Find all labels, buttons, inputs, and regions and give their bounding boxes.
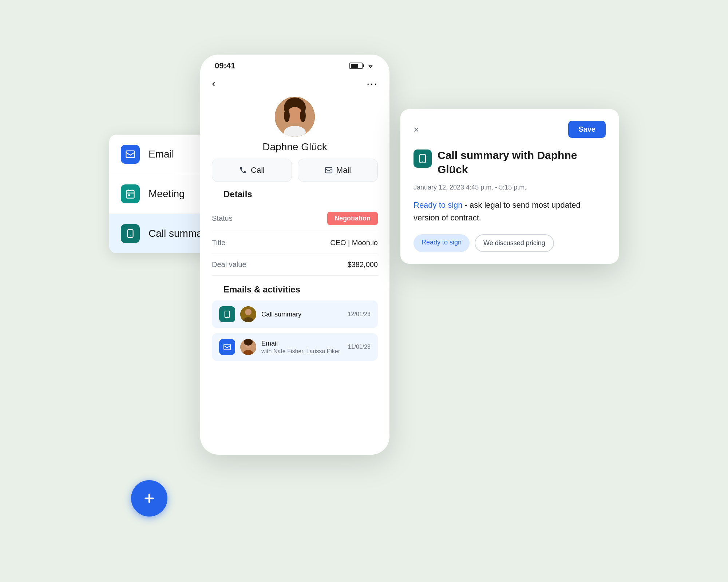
status-row: Status Negotiation: [212, 205, 378, 232]
activities-section: Emails & activities Ca: [200, 276, 389, 361]
status-badge: Negotiation: [327, 212, 378, 225]
svg-rect-12: [325, 168, 332, 173]
mail-button[interactable]: Mail: [298, 159, 378, 182]
modal-body-highlight: Ready to sign: [414, 200, 463, 210]
calendar-icon: [121, 184, 140, 203]
sidebar-item-meeting-label: Meeting: [149, 188, 185, 200]
status-bar: 09:41: [200, 55, 389, 74]
svg-rect-1: [127, 191, 134, 198]
tag-ready-to-sign[interactable]: Ready to sign: [414, 234, 470, 252]
modal-title: Call summary with Daphne Glück: [438, 148, 606, 176]
activity-email-date: 11/01/23: [348, 344, 371, 350]
avatar: [275, 97, 315, 137]
modal-datetime: January 12, 2023 4:45 p.m. - 5:15 p.m.: [414, 184, 606, 191]
svg-rect-13: [225, 311, 230, 318]
title-label: Title: [212, 239, 225, 247]
time-display: 09:41: [215, 61, 235, 71]
phone-action-icon: [239, 166, 247, 174]
modal-device-icon: [418, 154, 428, 164]
svg-point-9: [300, 109, 306, 122]
scene: Email Meeting Call summary: [109, 55, 619, 527]
details-section: Details Status Negotiation Title CEO | M…: [200, 189, 389, 276]
call-button[interactable]: Call: [212, 159, 292, 182]
wifi-icon: [366, 63, 375, 69]
deal-value-row: Deal value $382,000: [212, 254, 378, 276]
phone-nav: ‹ ···: [200, 74, 389, 89]
status-icons: [349, 63, 375, 69]
svg-point-4: [130, 235, 131, 236]
phone-mockup: 09:41 ‹ ···: [200, 55, 389, 455]
modal-body: Ready to sign - ask legal to send most u…: [414, 199, 606, 224]
activities-title: Emails & activities: [212, 284, 378, 300]
title-value: CEO | Moon.io: [330, 239, 378, 247]
device-small-icon: [223, 310, 231, 318]
modal-close-button[interactable]: ×: [414, 125, 419, 134]
svg-rect-2: [128, 194, 130, 196]
modal-title-icon: [414, 150, 432, 168]
activity-email[interactable]: Email with Nate Fisher, Larissa Piker 11…: [212, 333, 378, 361]
activity-call-summary[interactable]: Call summary 12/01/23: [212, 300, 378, 328]
activity-email-sub: with Nate Fisher, Larissa Piker: [261, 348, 343, 355]
modal-tags: Ready to sign We discussed pricing: [414, 234, 606, 252]
activity-email-content: Email with Nate Fisher, Larissa Piker: [261, 340, 343, 355]
modal-title-row: Call summary with Daphne Glück: [414, 148, 606, 176]
avatar-image: [275, 97, 315, 137]
back-button[interactable]: ‹: [212, 77, 215, 89]
more-options-button[interactable]: ···: [367, 77, 378, 89]
deal-value-label: Deal value: [212, 260, 246, 269]
svg-point-8: [284, 109, 290, 122]
activity-avatar-1: [240, 306, 256, 322]
svg-rect-18: [224, 344, 230, 350]
mail-button-label: Mail: [336, 166, 351, 175]
call-button-label: Call: [251, 166, 265, 175]
sidebar-item-email-label: Email: [149, 148, 174, 160]
status-label: Status: [212, 214, 233, 223]
device-icon: [121, 224, 140, 243]
mail-action-icon: [325, 166, 333, 174]
email-activity-icon: [219, 339, 235, 355]
call-summary-modal: × Save Call summary with Daphne Glück Ja…: [400, 109, 619, 264]
deal-value-value: $382,000: [348, 260, 378, 269]
activity-call-summary-title: Call summary: [261, 311, 343, 318]
mail-small-icon: [223, 343, 231, 351]
add-fab-button[interactable]: [131, 480, 167, 517]
call-summary-activity-icon: [219, 306, 235, 322]
activity-call-summary-content: Call summary: [261, 311, 343, 318]
email-icon: [121, 145, 140, 164]
activity-call-summary-date: 12/01/23: [348, 311, 371, 318]
contact-avatar-section: Daphne Glück: [200, 89, 389, 159]
battery-icon: [349, 63, 363, 69]
activity-avatar-2: [240, 339, 256, 355]
fab-inner: [135, 484, 164, 513]
tag-we-discussed-pricing[interactable]: We discussed pricing: [475, 234, 554, 252]
svg-point-14: [227, 316, 228, 317]
modal-header: × Save: [414, 121, 606, 138]
svg-point-16: [245, 309, 252, 315]
action-buttons: Call Mail: [200, 159, 389, 182]
activity-email-title: Email: [261, 340, 343, 347]
svg-point-24: [422, 161, 423, 162]
svg-rect-0: [126, 151, 134, 158]
details-title: Details: [212, 189, 378, 205]
modal-save-button[interactable]: Save: [568, 121, 606, 138]
contact-name: Daphne Glück: [262, 141, 327, 153]
title-row: Title CEO | Moon.io: [212, 232, 378, 254]
